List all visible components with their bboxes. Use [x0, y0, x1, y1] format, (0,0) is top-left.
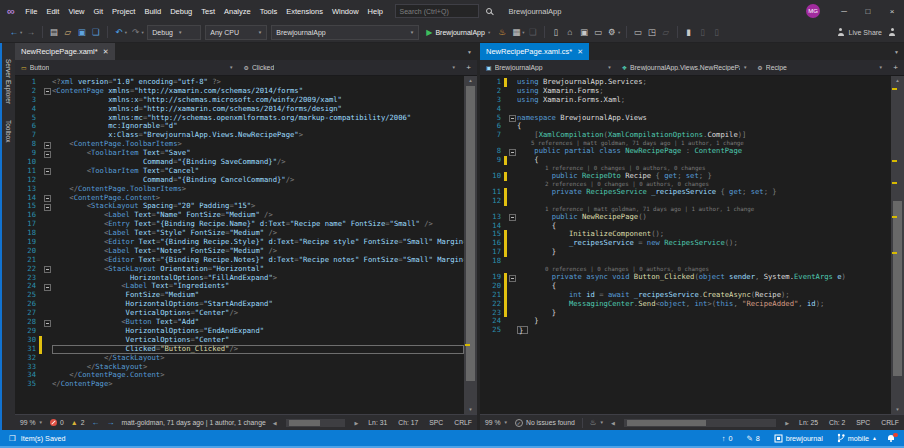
- line-indicator[interactable]: Ln: 25: [799, 419, 818, 426]
- hot-reload-icon[interactable]: ♨: [495, 27, 509, 38]
- code-text[interactable]: public partial class NewRecipePage : Con…: [517, 147, 891, 156]
- fold-marker[interactable]: [42, 140, 52, 149]
- next-change-icon[interactable]: →: [106, 418, 114, 427]
- menu-tools[interactable]: Tools: [255, 0, 282, 22]
- scroll-down-icon[interactable]: ▼: [464, 405, 477, 414]
- line-ending-indicator[interactable]: CRLF: [881, 419, 899, 426]
- scroll-right-icon[interactable]: ▶: [354, 420, 358, 426]
- scroll-right-icon[interactable]: ▶: [785, 420, 789, 426]
- menu-debug[interactable]: Debug: [166, 0, 197, 22]
- spaces-indicator[interactable]: SPC: [856, 419, 870, 426]
- user-avatar[interactable]: MG: [806, 4, 820, 18]
- scroll-up-icon[interactable]: ▲: [464, 76, 477, 85]
- xaml-previewer-icon[interactable]: ▦▾: [509, 27, 526, 38]
- device-monitor-icon[interactable]: ◳: [645, 27, 659, 38]
- code-line[interactable]: 7 [XamlCompilation(XamlCompilationOption…: [480, 131, 891, 140]
- code-line[interactable]: 18: [480, 257, 891, 266]
- feedback-icon[interactable]: [888, 28, 896, 36]
- tool-window-tab-toolbox[interactable]: Toolbox: [5, 120, 12, 142]
- line-number[interactable]: 7: [480, 131, 504, 140]
- line-number[interactable]: 12: [480, 197, 504, 206]
- line-number[interactable]: 10: [480, 172, 504, 181]
- fold-marker[interactable]: [507, 114, 517, 123]
- code-text[interactable]: }: [517, 317, 891, 326]
- code-line[interactable]: 5namespace BrewjournalApp.Views: [480, 114, 891, 123]
- fold-marker[interactable]: [507, 213, 517, 222]
- fold-marker[interactable]: [42, 265, 52, 274]
- code-text[interactable]: </ContentPage>: [52, 380, 464, 389]
- heat-map-dropdown[interactable]: ♨ ▼: [590, 418, 604, 427]
- close-button[interactable]: ×: [880, 0, 904, 22]
- code-text[interactable]: </ContentPage.Content>: [52, 371, 464, 380]
- code-text[interactable]: }: [517, 248, 891, 257]
- line-ending-indicator[interactable]: CRLF: [454, 419, 472, 426]
- live-share-button[interactable]: Live Share: [837, 28, 882, 36]
- search-input[interactable]: Search (Ctrl+Q): [395, 4, 479, 18]
- code-line[interactable]: 35</ContentPage>: [15, 380, 464, 389]
- code-text[interactable]: {: [517, 156, 891, 165]
- left-horizontal-scrollbar[interactable]: [286, 419, 346, 427]
- fold-marker[interactable]: [42, 202, 52, 211]
- code-text[interactable]: namespace BrewjournalApp.Views: [517, 114, 891, 123]
- code-text[interactable]: [XamlCompilation(XamlCompilationOptions.…: [517, 131, 891, 140]
- copy-disabled-icon[interactable]: ❏: [526, 27, 540, 38]
- code-line[interactable]: 9 {: [480, 156, 891, 165]
- code-text[interactable]: }: [517, 309, 891, 318]
- left-vertical-scrollbar[interactable]: ▲ ▼: [464, 76, 477, 414]
- code-line[interactable]: 25}: [480, 326, 891, 335]
- code-line[interactable]: 23 }: [480, 309, 891, 318]
- code-text[interactable]: using Xamarin.Forms.Xaml;: [517, 96, 891, 105]
- settings-icon[interactable]: ⚙▾: [605, 27, 622, 38]
- menu-view[interactable]: View: [64, 0, 89, 22]
- breadcrumb-segment-2[interactable]: ⚙Recipe▼: [753, 60, 889, 75]
- code-text[interactable]: public NewRecipePage(): [517, 213, 891, 222]
- scroll-left-icon[interactable]: ◀: [273, 420, 277, 426]
- menu-help[interactable]: Help: [363, 0, 387, 22]
- error-count[interactable]: 0: [50, 419, 64, 426]
- configuration-dropdown[interactable]: Debug▼: [147, 25, 201, 40]
- fold-marker[interactable]: [42, 149, 52, 158]
- breadcrumb-element-dropdown[interactable]: ▭ Button ▼: [17, 60, 240, 75]
- menu-git[interactable]: Git: [89, 0, 108, 22]
- warning-count[interactable]: ▲ 2: [71, 419, 85, 426]
- line-indicator[interactable]: Ln: 31: [368, 419, 387, 426]
- notifications-bell-icon[interactable]: [887, 434, 895, 442]
- minimize-button[interactable]: ─: [832, 0, 856, 22]
- fold-marker[interactable]: [42, 282, 52, 291]
- fold-marker[interactable]: [42, 194, 52, 203]
- pending-changes-button[interactable]: ✎ 8: [742, 434, 763, 443]
- code-text[interactable]: }: [517, 326, 891, 335]
- tab-list-dropdown[interactable]: ▼: [462, 43, 477, 60]
- tab-list-dropdown[interactable]: ▼: [889, 43, 904, 60]
- menu-analyze[interactable]: Analyze: [220, 0, 256, 22]
- breadcrumb-segment-1[interactable]: ❖BrewjournalApp.Views.NewRecipePage▼: [618, 60, 754, 75]
- unpushed-commits-button[interactable]: ↑ 0: [718, 434, 737, 443]
- tab-newrecipepage-xaml[interactable]: NewRecipePage.xaml* ✕: [15, 43, 115, 60]
- line-number[interactable]: 25: [480, 326, 504, 335]
- repository-button[interactable]: brewjournal: [770, 434, 827, 443]
- code-text[interactable]: private async void Button_Clicked(object…: [517, 273, 891, 282]
- tab-newrecipepage-xaml-cs[interactable]: NewRecipePage.xaml.cs* ✕: [480, 43, 589, 60]
- code-line[interactable]: 3using Xamarin.Forms.Xaml;: [480, 96, 891, 105]
- menu-window[interactable]: Window: [327, 0, 363, 22]
- tool-disabled-icon[interactable]: ▯: [710, 27, 724, 38]
- code-line[interactable]: 24 }: [480, 317, 891, 326]
- code-text[interactable]: MessagingCenter.Send<object, int>(this, …: [517, 300, 891, 309]
- scroll-down-icon[interactable]: ▼: [891, 405, 904, 414]
- prev-change-icon[interactable]: ←: [91, 418, 99, 427]
- device-log-icon[interactable]: ▭: [591, 27, 605, 38]
- line-number[interactable]: 9: [480, 156, 504, 165]
- zoom-level-dropdown[interactable]: 99 % ▼: [20, 419, 43, 426]
- tool-window-tab-server-explorer[interactable]: Server Explorer: [5, 59, 12, 104]
- line-number[interactable]: 35: [15, 380, 39, 389]
- branch-button[interactable]: mobile ▲: [833, 433, 881, 443]
- breadcrumb-event-dropdown[interactable]: ⚙ Clicked ▼: [240, 60, 463, 75]
- fold-marker[interactable]: [507, 147, 517, 156]
- menu-build[interactable]: Build: [140, 0, 166, 22]
- code-line[interactable]: 12: [480, 197, 891, 206]
- redo-icon[interactable]: ↷▾: [129, 27, 146, 38]
- column-indicator[interactable]: Ch: 2: [829, 419, 845, 426]
- code-text[interactable]: [517, 257, 891, 266]
- fold-marker[interactable]: [42, 318, 52, 327]
- open-folder-icon[interactable]: ▱: [61, 27, 75, 38]
